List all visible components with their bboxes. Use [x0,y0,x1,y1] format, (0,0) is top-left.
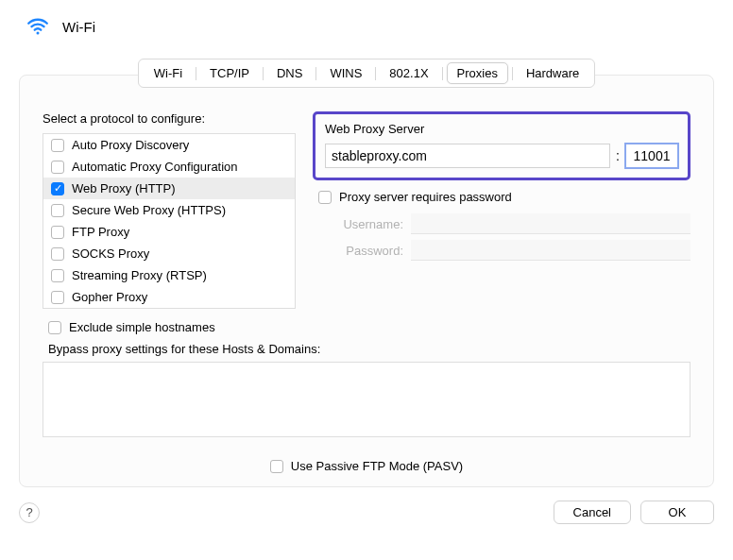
username-label: Username: [318,217,403,231]
proxy-host-input[interactable] [325,144,610,168]
tab-tcpip[interactable]: TCP/IP [200,62,259,84]
bypass-textarea[interactable] [43,362,690,437]
protocol-item-streaming-proxy[interactable]: Streaming Proxy (RTSP) [43,264,295,286]
tab-wifi[interactable]: Wi-Fi [145,62,192,84]
checkbox[interactable] [51,226,64,239]
checkbox[interactable] [51,139,64,152]
protocol-item-socks-proxy[interactable]: SOCKS Proxy [43,243,295,264]
host-port-separator: : [616,148,620,163]
select-protocol-label: Select a protocol to configure: [43,111,296,126]
settings-panel: Select a protocol to configure: Auto Pro… [19,75,714,487]
protocol-item-auto-config[interactable]: Automatic Proxy Configuration [43,156,295,178]
svg-point-0 [36,31,39,34]
protocol-item-auto-discovery[interactable]: Auto Proxy Discovery [43,134,295,156]
window-header: Wi-Fi [19,11,714,49]
protocol-item-gopher-proxy[interactable]: Gopher Proxy [43,286,295,308]
exclude-hostnames-label: Exclude simple hostnames [69,320,215,334]
password-input[interactable] [411,240,690,261]
protocol-list: Auto Proxy Discovery Automatic Proxy Con… [43,133,296,309]
window-title: Wi-Fi [62,19,95,35]
checkbox[interactable] [51,291,64,304]
checkbox[interactable] [51,269,64,282]
protocol-label: Auto Proxy Discovery [72,138,189,152]
help-button[interactable]: ? [19,502,40,523]
passive-ftp-checkbox[interactable] [270,460,283,473]
protocol-label: SOCKS Proxy [72,246,149,261]
bypass-label: Bypass proxy settings for these Hosts & … [48,342,690,356]
checkbox[interactable] [51,161,64,174]
wifi-icon [25,13,51,40]
proxy-port-input[interactable] [625,144,678,168]
tab-hardware[interactable]: Hardware [517,62,588,84]
server-highlight-box: Web Proxy Server : [313,111,690,180]
checkbox[interactable]: ✓ [51,182,64,195]
protocol-item-ftp-proxy[interactable]: FTP Proxy [43,221,295,243]
tabs-bar: Wi-Fi TCP/IP DNS WINS 802.1X Proxies Har… [138,59,596,88]
tab-wins[interactable]: WINS [320,62,371,84]
protocol-item-web-proxy[interactable]: ✓ Web Proxy (HTTP) [43,178,295,199]
protocol-label: Web Proxy (HTTP) [72,181,176,195]
protocol-label: Automatic Proxy Configuration [72,160,238,174]
checkbox[interactable] [51,247,64,261]
tab-dns[interactable]: DNS [267,62,312,84]
username-input[interactable] [411,213,690,234]
protocol-label: FTP Proxy [72,225,129,239]
tab-proxies[interactable]: Proxies [447,62,508,84]
protocol-item-secure-web-proxy[interactable]: Secure Web Proxy (HTTPS) [43,199,295,221]
requires-password-checkbox[interactable] [318,191,332,204]
protocol-label: Gopher Proxy [72,290,147,304]
passive-ftp-label: Use Passive FTP Mode (PASV) [291,459,463,473]
exclude-hostnames-checkbox[interactable] [48,321,61,334]
tab-8021x[interactable]: 802.1X [380,62,437,84]
checkbox[interactable] [51,204,64,217]
requires-password-label: Proxy server requires password [339,190,512,204]
protocol-label: Streaming Proxy (RTSP) [72,268,207,282]
password-label: Password: [318,244,403,258]
web-proxy-server-label: Web Proxy Server [325,122,678,136]
ok-button[interactable]: OK [640,501,714,524]
protocol-label: Secure Web Proxy (HTTPS) [72,203,226,217]
cancel-button[interactable]: Cancel [554,501,631,524]
